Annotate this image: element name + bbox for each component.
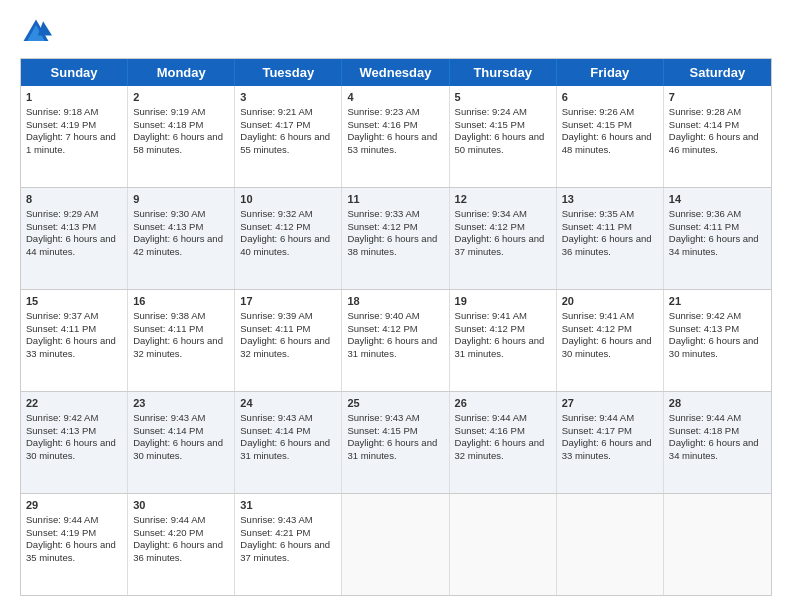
sunrise-text: Sunrise: 9:43 AM bbox=[347, 412, 419, 423]
daylight-text: Daylight: 6 hours and 33 minutes. bbox=[26, 335, 116, 359]
sunset-text: Sunset: 4:12 PM bbox=[455, 221, 525, 232]
daylight-text: Daylight: 6 hours and 34 minutes. bbox=[669, 437, 759, 461]
header-day-wednesday: Wednesday bbox=[342, 59, 449, 86]
sunset-text: Sunset: 4:13 PM bbox=[669, 323, 739, 334]
sunset-text: Sunset: 4:18 PM bbox=[133, 119, 203, 130]
day-number: 6 bbox=[562, 90, 658, 105]
daylight-text: Daylight: 6 hours and 50 minutes. bbox=[455, 131, 545, 155]
daylight-text: Daylight: 6 hours and 31 minutes. bbox=[455, 335, 545, 359]
day-number: 14 bbox=[669, 192, 766, 207]
sunrise-text: Sunrise: 9:19 AM bbox=[133, 106, 205, 117]
sunset-text: Sunset: 4:12 PM bbox=[562, 323, 632, 334]
sunset-text: Sunset: 4:11 PM bbox=[133, 323, 203, 334]
calendar-cell: 22Sunrise: 9:42 AMSunset: 4:13 PMDayligh… bbox=[21, 392, 128, 493]
calendar-cell: 28Sunrise: 9:44 AMSunset: 4:18 PMDayligh… bbox=[664, 392, 771, 493]
day-number: 19 bbox=[455, 294, 551, 309]
sunset-text: Sunset: 4:20 PM bbox=[133, 527, 203, 538]
calendar-cell: 14Sunrise: 9:36 AMSunset: 4:11 PMDayligh… bbox=[664, 188, 771, 289]
calendar-cell: 6Sunrise: 9:26 AMSunset: 4:15 PMDaylight… bbox=[557, 86, 664, 187]
daylight-text: Daylight: 6 hours and 58 minutes. bbox=[133, 131, 223, 155]
calendar-cell: 11Sunrise: 9:33 AMSunset: 4:12 PMDayligh… bbox=[342, 188, 449, 289]
sunset-text: Sunset: 4:19 PM bbox=[26, 527, 96, 538]
calendar-cell: 21Sunrise: 9:42 AMSunset: 4:13 PMDayligh… bbox=[664, 290, 771, 391]
calendar-cell: 9Sunrise: 9:30 AMSunset: 4:13 PMDaylight… bbox=[128, 188, 235, 289]
day-number: 17 bbox=[240, 294, 336, 309]
sunrise-text: Sunrise: 9:43 AM bbox=[133, 412, 205, 423]
sunset-text: Sunset: 4:21 PM bbox=[240, 527, 310, 538]
calendar-cell: 13Sunrise: 9:35 AMSunset: 4:11 PMDayligh… bbox=[557, 188, 664, 289]
sunrise-text: Sunrise: 9:33 AM bbox=[347, 208, 419, 219]
calendar-row-1: 1Sunrise: 9:18 AMSunset: 4:19 PMDaylight… bbox=[21, 86, 771, 188]
calendar-cell: 3Sunrise: 9:21 AMSunset: 4:17 PMDaylight… bbox=[235, 86, 342, 187]
calendar-row-2: 8Sunrise: 9:29 AMSunset: 4:13 PMDaylight… bbox=[21, 188, 771, 290]
sunrise-text: Sunrise: 9:34 AM bbox=[455, 208, 527, 219]
sunrise-text: Sunrise: 9:23 AM bbox=[347, 106, 419, 117]
day-number: 3 bbox=[240, 90, 336, 105]
day-number: 9 bbox=[133, 192, 229, 207]
sunrise-text: Sunrise: 9:41 AM bbox=[562, 310, 634, 321]
calendar-cell: 5Sunrise: 9:24 AMSunset: 4:15 PMDaylight… bbox=[450, 86, 557, 187]
sunrise-text: Sunrise: 9:38 AM bbox=[133, 310, 205, 321]
calendar-cell bbox=[342, 494, 449, 595]
calendar-body: 1Sunrise: 9:18 AMSunset: 4:19 PMDaylight… bbox=[21, 86, 771, 595]
sunrise-text: Sunrise: 9:44 AM bbox=[669, 412, 741, 423]
calendar-cell: 17Sunrise: 9:39 AMSunset: 4:11 PMDayligh… bbox=[235, 290, 342, 391]
day-number: 28 bbox=[669, 396, 766, 411]
sunrise-text: Sunrise: 9:18 AM bbox=[26, 106, 98, 117]
day-number: 22 bbox=[26, 396, 122, 411]
sunrise-text: Sunrise: 9:44 AM bbox=[455, 412, 527, 423]
sunset-text: Sunset: 4:15 PM bbox=[347, 425, 417, 436]
sunrise-text: Sunrise: 9:37 AM bbox=[26, 310, 98, 321]
daylight-text: Daylight: 6 hours and 31 minutes. bbox=[347, 335, 437, 359]
calendar-cell: 26Sunrise: 9:44 AMSunset: 4:16 PMDayligh… bbox=[450, 392, 557, 493]
sunset-text: Sunset: 4:14 PM bbox=[133, 425, 203, 436]
daylight-text: Daylight: 6 hours and 44 minutes. bbox=[26, 233, 116, 257]
calendar-cell: 8Sunrise: 9:29 AMSunset: 4:13 PMDaylight… bbox=[21, 188, 128, 289]
day-number: 29 bbox=[26, 498, 122, 513]
day-number: 30 bbox=[133, 498, 229, 513]
day-number: 27 bbox=[562, 396, 658, 411]
daylight-text: Daylight: 6 hours and 53 minutes. bbox=[347, 131, 437, 155]
calendar-cell: 19Sunrise: 9:41 AMSunset: 4:12 PMDayligh… bbox=[450, 290, 557, 391]
header-day-friday: Friday bbox=[557, 59, 664, 86]
daylight-text: Daylight: 6 hours and 37 minutes. bbox=[455, 233, 545, 257]
sunset-text: Sunset: 4:12 PM bbox=[347, 323, 417, 334]
daylight-text: Daylight: 6 hours and 30 minutes. bbox=[133, 437, 223, 461]
logo bbox=[20, 16, 56, 48]
calendar-cell bbox=[664, 494, 771, 595]
calendar-cell: 27Sunrise: 9:44 AMSunset: 4:17 PMDayligh… bbox=[557, 392, 664, 493]
sunrise-text: Sunrise: 9:36 AM bbox=[669, 208, 741, 219]
day-number: 4 bbox=[347, 90, 443, 105]
sunset-text: Sunset: 4:11 PM bbox=[669, 221, 739, 232]
sunrise-text: Sunrise: 9:21 AM bbox=[240, 106, 312, 117]
daylight-text: Daylight: 6 hours and 40 minutes. bbox=[240, 233, 330, 257]
calendar-cell: 31Sunrise: 9:43 AMSunset: 4:21 PMDayligh… bbox=[235, 494, 342, 595]
daylight-text: Daylight: 6 hours and 36 minutes. bbox=[133, 539, 223, 563]
header-day-monday: Monday bbox=[128, 59, 235, 86]
sunrise-text: Sunrise: 9:30 AM bbox=[133, 208, 205, 219]
sunset-text: Sunset: 4:14 PM bbox=[669, 119, 739, 130]
logo-icon bbox=[20, 16, 52, 48]
sunrise-text: Sunrise: 9:39 AM bbox=[240, 310, 312, 321]
calendar: SundayMondayTuesdayWednesdayThursdayFrid… bbox=[20, 58, 772, 596]
day-number: 16 bbox=[133, 294, 229, 309]
calendar-cell: 23Sunrise: 9:43 AMSunset: 4:14 PMDayligh… bbox=[128, 392, 235, 493]
sunrise-text: Sunrise: 9:24 AM bbox=[455, 106, 527, 117]
day-number: 8 bbox=[26, 192, 122, 207]
sunrise-text: Sunrise: 9:28 AM bbox=[669, 106, 741, 117]
calendar-cell: 7Sunrise: 9:28 AMSunset: 4:14 PMDaylight… bbox=[664, 86, 771, 187]
daylight-text: Daylight: 6 hours and 48 minutes. bbox=[562, 131, 652, 155]
sunrise-text: Sunrise: 9:44 AM bbox=[562, 412, 634, 423]
calendar-cell: 4Sunrise: 9:23 AMSunset: 4:16 PMDaylight… bbox=[342, 86, 449, 187]
sunset-text: Sunset: 4:12 PM bbox=[240, 221, 310, 232]
sunrise-text: Sunrise: 9:35 AM bbox=[562, 208, 634, 219]
daylight-text: Daylight: 6 hours and 33 minutes. bbox=[562, 437, 652, 461]
sunrise-text: Sunrise: 9:40 AM bbox=[347, 310, 419, 321]
daylight-text: Daylight: 6 hours and 36 minutes. bbox=[562, 233, 652, 257]
daylight-text: Daylight: 6 hours and 31 minutes. bbox=[240, 437, 330, 461]
day-number: 10 bbox=[240, 192, 336, 207]
daylight-text: Daylight: 6 hours and 38 minutes. bbox=[347, 233, 437, 257]
daylight-text: Daylight: 6 hours and 30 minutes. bbox=[26, 437, 116, 461]
daylight-text: Daylight: 6 hours and 34 minutes. bbox=[669, 233, 759, 257]
sunrise-text: Sunrise: 9:44 AM bbox=[26, 514, 98, 525]
